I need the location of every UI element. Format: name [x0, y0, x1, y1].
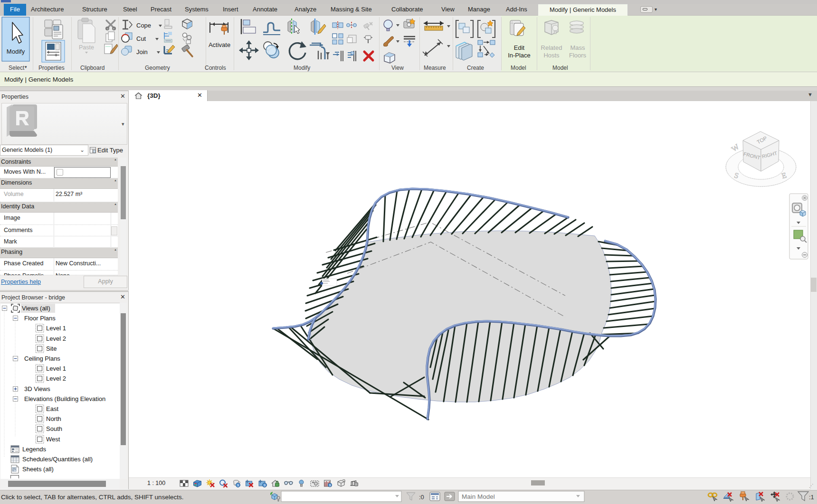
svg-text:Related: Related — [541, 44, 562, 51]
svg-text:Paste: Paste — [79, 44, 94, 51]
svg-text:Hosts: Hosts — [543, 52, 560, 59]
svg-text:Cut: Cut — [136, 35, 146, 42]
svg-text:In-Place: In-Place — [508, 52, 531, 59]
svg-text:Floors: Floors — [569, 52, 587, 59]
svg-text:Modify: Modify — [7, 48, 25, 55]
svg-text::1: :1 — [809, 494, 814, 501]
svg-text:Main Model: Main Model — [462, 493, 495, 500]
svg-text:Join: Join — [136, 48, 148, 56]
svg-text:9: 9 — [264, 484, 266, 487]
svg-text:Edit: Edit — [514, 44, 525, 51]
svg-text:9: 9 — [237, 484, 239, 487]
svg-text:Cope: Cope — [136, 22, 151, 29]
svg-text:Activate: Activate — [209, 41, 230, 48]
svg-text:Mass: Mass — [570, 44, 585, 51]
svg-text::0: :0 — [419, 494, 424, 501]
svg-text:9: 9 — [329, 484, 331, 487]
